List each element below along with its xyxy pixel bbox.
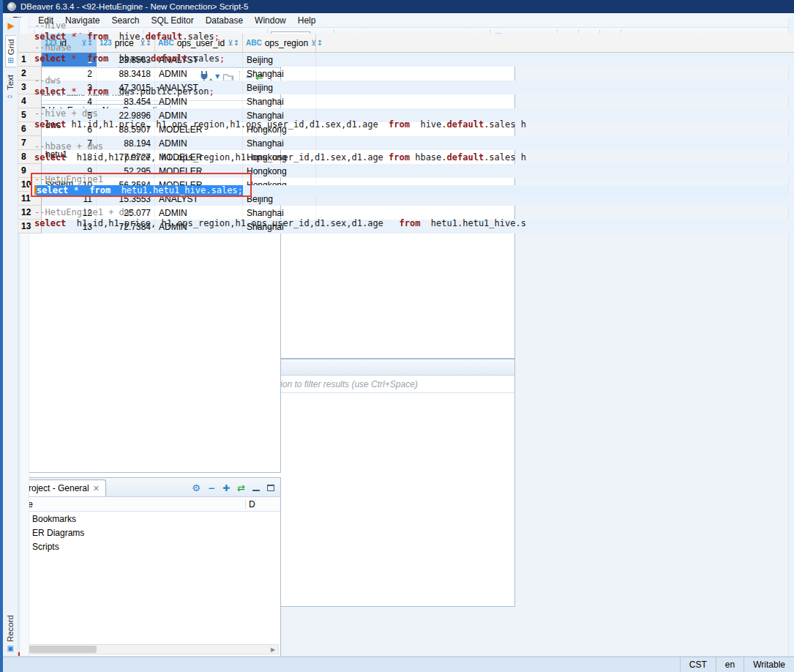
title-bar: DBeaver 6.3.4 - <92-HetuEngine - New Con… (3, 0, 794, 13)
window-title: DBeaver 6.3.4 - <92-HetuEngine - New Con… (20, 2, 248, 11)
dbeaver-window: DBeaver 6.3.4 - <92-HetuEngine - New Con… (0, 0, 794, 672)
code-line (34, 130, 788, 141)
code-line (34, 196, 788, 207)
code-line: select h1.id,h1.price, h1.ops_region,h1.… (34, 218, 788, 229)
writable-mode-label: Writable (744, 657, 794, 672)
vtab-record[interactable]: ▣Record (5, 612, 15, 656)
result-panel: Result ✕ ‹›T select * from hetu1.hetu1_h… (3, 359, 515, 607)
dbeaver-logo-icon (7, 2, 16, 11)
selected-text: select * from hetu1.hetu1_hive.sales; (37, 185, 243, 195)
result-view-tabs: ⊞Grid ‹›Text ▣Record (3, 34, 18, 656)
status-bar: CST en Writable (3, 657, 794, 672)
vtab-text[interactable]: ‹›Text (5, 72, 15, 102)
code-line: --HetuEngine1 + dws (34, 207, 788, 218)
code-line (34, 163, 788, 174)
code-line: --hbase (34, 42, 788, 53)
code-line: --hbase + dws (34, 141, 788, 152)
vtab-grid[interactable]: ⊞Grid (5, 35, 16, 67)
code-line (34, 64, 788, 75)
language-label: en (716, 657, 744, 672)
code-line: select * from hbase.default.sales; (34, 53, 788, 64)
code-line: select * from hive.default.sales; (34, 31, 788, 42)
code-line: select * from dws.public.person; (34, 86, 788, 97)
code-line: --hive (34, 20, 788, 31)
code-line: select * from hetu1.hetu1_hive.sales; (34, 185, 788, 196)
code-line: select h1.id,h1.price, h1.ops_region,h1.… (34, 152, 788, 163)
code-lines: --hiveselect * from hive.default.sales;-… (34, 20, 788, 229)
code-line: select h1.id,h1.price, h1.ops_region,h1.… (34, 119, 788, 130)
code-line: --dws (34, 75, 788, 86)
execute-statement-icon[interactable]: ▶ (7, 20, 14, 31)
code-line: --hive + dws (34, 108, 788, 119)
code-line (34, 97, 788, 108)
code-line: --HetuEngine1 (34, 174, 788, 185)
timezone-label: CST (680, 657, 716, 672)
